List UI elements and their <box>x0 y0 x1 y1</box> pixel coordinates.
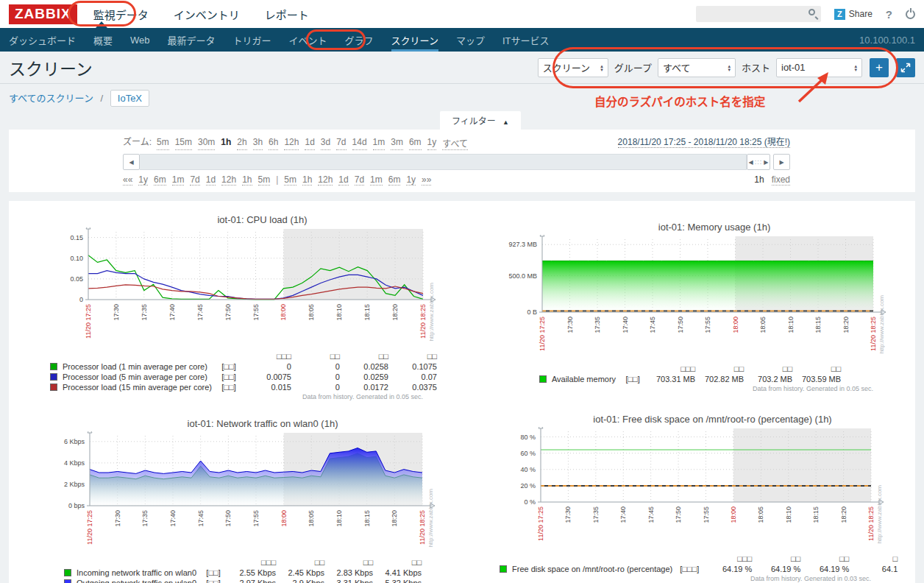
scrollbar-left-button[interactable]: ◀ <box>123 154 140 170</box>
graph-cell-disk: iot-01: Free disk space on /mnt/root-ro … <box>462 400 915 583</box>
zoom-link-5[interactable]: 3h <box>253 137 263 150</box>
logout-icon[interactable] <box>906 10 915 19</box>
legend-function-label: [□□] <box>213 372 244 382</box>
fullscreen-button[interactable] <box>896 58 915 77</box>
range-nav-right-5[interactable]: 1m <box>370 174 383 186</box>
quick-range-links: ««1y6m1m7d1d12h1h5m|5m1h12h1d7d1m6m1y»» <box>123 174 437 186</box>
group-value: すべて <box>663 60 691 74</box>
legend-color-swatch-icon <box>539 375 547 383</box>
zabbix-watermark: http://www.zabbix.com <box>876 485 883 544</box>
svg-text:11/20 18:25: 11/20 18:25 <box>419 510 426 545</box>
graph-image-disk[interactable]: 0 %20 %40 %60 %80 %11/20 17:2517:3017:35… <box>498 427 884 551</box>
zabbix-logo[interactable]: ZABBIX <box>9 4 77 24</box>
zoom-label: ズーム: <box>123 135 152 147</box>
scrollbar-drag-handle[interactable]: ◀ ::: ▶ <box>747 154 770 170</box>
group-select[interactable]: すべて ▴▾ <box>658 58 736 77</box>
search-input[interactable] <box>696 6 821 22</box>
add-button[interactable]: + <box>870 58 889 77</box>
subnav-item-6[interactable]: グラフ <box>345 28 374 52</box>
legend-column-header: □□□ <box>648 364 697 374</box>
zoom-link-15[interactable]: 1y <box>427 137 437 150</box>
svg-text:11/20 17:25: 11/20 17:25 <box>85 304 92 339</box>
range-nav-left-4[interactable]: 7d <box>190 174 199 186</box>
time-scrollbar: ◀ ◀ ::: ▶ ▶ <box>123 154 790 170</box>
subnav-item-4[interactable]: トリガー <box>233 28 271 52</box>
subnav-item-9[interactable]: ITサービス <box>502 28 550 52</box>
range-nav-right-1[interactable]: 1h <box>302 174 312 186</box>
legend-function-label: [□□□] <box>674 564 705 574</box>
range-nav-left-5[interactable]: 1d <box>206 174 216 186</box>
graph-footer-mem: Data from history. Generated in 0.05 sec… <box>494 385 873 392</box>
zoom-link-6[interactable]: 6h <box>269 137 278 150</box>
range-nav-left-3[interactable]: 1m <box>172 174 185 186</box>
legend-column-header: □□□ <box>705 554 753 564</box>
graph-image-cpu[interactable]: 00.050.100.1511/20 17:2517:3017:3517:401… <box>49 227 436 348</box>
range-nav-right-7[interactable]: 1y <box>406 174 416 186</box>
zoom-link-14[interactable]: 6m <box>409 137 422 150</box>
svg-text:17:35: 17:35 <box>592 506 600 523</box>
time-range-link[interactable]: 2018/11/20 17:25 - 2018/11/20 18:25 (現在!… <box>618 135 790 148</box>
range-nav-left-2[interactable]: 6m <box>154 174 166 186</box>
graph-image-net[interactable]: 0 bps2 Kbps4 Kbps6 Kbps11/20 17:2517:301… <box>50 431 436 554</box>
breadcrumb-all-screens-link[interactable]: すべてのスクリーン <box>9 93 93 104</box>
range-nav-left-0[interactable]: «« <box>123 174 132 186</box>
zoom-link-16[interactable]: すべて <box>442 137 468 150</box>
top-menu-item-2[interactable]: レポート <box>265 7 309 22</box>
title-row: スクリーン スクリーン ▴▾ グループ すべて ▴▾ ホスト iot-01 ▴▾… <box>0 52 924 78</box>
zoom-link-0[interactable]: 5m <box>157 137 169 150</box>
zoom-links: 5m15m30m1h2h3h6h12h1d3d7d14d1m3m6m1yすべて <box>157 137 474 150</box>
subnav-item-3[interactable]: 最新データ <box>168 28 216 52</box>
top-menu-item-0[interactable]: 監視データ <box>93 7 149 22</box>
graph-image-mem[interactable]: 0 B500.0 MB927.3 MB11/20 17:2517:3017:35… <box>494 235 886 361</box>
zoom-link-12[interactable]: 1m <box>373 137 385 150</box>
subnav-item-2[interactable]: Web <box>130 28 150 52</box>
zoom-link-8[interactable]: 1d <box>305 137 314 150</box>
filter-area: フィルター ▲ ズーム: 5m15m30m1h2h3h6h12h1d3d7d14… <box>9 111 915 192</box>
subnav-item-1[interactable]: 概要 <box>93 28 113 52</box>
range-nav-left-1[interactable]: 1y <box>138 174 148 186</box>
range-nav-left-6[interactable]: 12h <box>221 174 236 186</box>
range-nav-right-0[interactable]: 5m <box>284 174 296 186</box>
zabbix-watermark: http://www.zabbix.com <box>878 295 885 354</box>
subnav-item-8[interactable]: マップ <box>456 28 485 52</box>
breadcrumb-current[interactable]: IoTeX <box>110 90 149 107</box>
range-nav-right-2[interactable]: 12h <box>318 174 333 186</box>
host-select[interactable]: iot-01 ▴▾ <box>776 58 862 77</box>
help-button[interactable]: ? <box>886 8 892 21</box>
range-nav-right-4[interactable]: 7d <box>355 174 364 186</box>
zoom-link-9[interactable]: 3d <box>321 137 330 150</box>
zoom-link-13[interactable]: 3m <box>391 137 403 150</box>
share-button[interactable]: Z Share <box>834 9 873 20</box>
zoom-link-11[interactable]: 14d <box>352 137 367 150</box>
range-nav-right-8[interactable]: »» <box>422 174 431 186</box>
search-icon[interactable] <box>808 9 815 15</box>
legend-column-header: □□□ <box>229 557 277 568</box>
zoom-link-3[interactable]: 1h <box>221 137 231 150</box>
fixed-link[interactable]: fixed <box>772 174 790 186</box>
range-nav-right-6[interactable]: 6m <box>388 174 401 186</box>
zoom-link-7[interactable]: 12h <box>284 137 299 150</box>
scrollbar-track[interactable] <box>140 154 747 170</box>
zoom-link-2[interactable]: 30m <box>198 137 215 150</box>
range-nav-left-7[interactable]: 1h <box>242 174 252 186</box>
subnav-item-5[interactable]: イベント <box>289 28 327 52</box>
legend-color-swatch-icon <box>64 569 71 576</box>
svg-text:18:00: 18:00 <box>732 317 739 333</box>
svg-text:17:30: 17:30 <box>114 510 121 527</box>
zoom-link-4[interactable]: 2h <box>237 137 246 150</box>
subnav-item-7[interactable]: スクリーン <box>391 28 438 52</box>
graph-legend-mem: □□□□□□□□□Available memory[□□]703.31 MB70… <box>538 364 842 384</box>
zoom-link-10[interactable]: 7d <box>336 137 346 150</box>
subnav-item-0[interactable]: ダッシュボード <box>9 28 76 52</box>
host-label: ホスト <box>742 60 770 74</box>
range-nav-right-3[interactable]: 1d <box>338 174 348 186</box>
svg-text:17:40: 17:40 <box>169 510 177 527</box>
svg-text:18:10: 18:10 <box>785 506 792 523</box>
top-menu-item-1[interactable]: インベントリ <box>174 7 240 22</box>
scrollbar-right-button[interactable]: ▶ <box>773 154 790 170</box>
screen-type-select[interactable]: スクリーン ▴▾ <box>538 58 608 77</box>
range-nav-left-8[interactable]: 5m <box>258 174 271 186</box>
zoom-link-1[interactable]: 15m <box>175 137 192 150</box>
filter-tab[interactable]: フィルター ▲ <box>440 111 521 130</box>
svg-text:18:05: 18:05 <box>757 506 764 523</box>
